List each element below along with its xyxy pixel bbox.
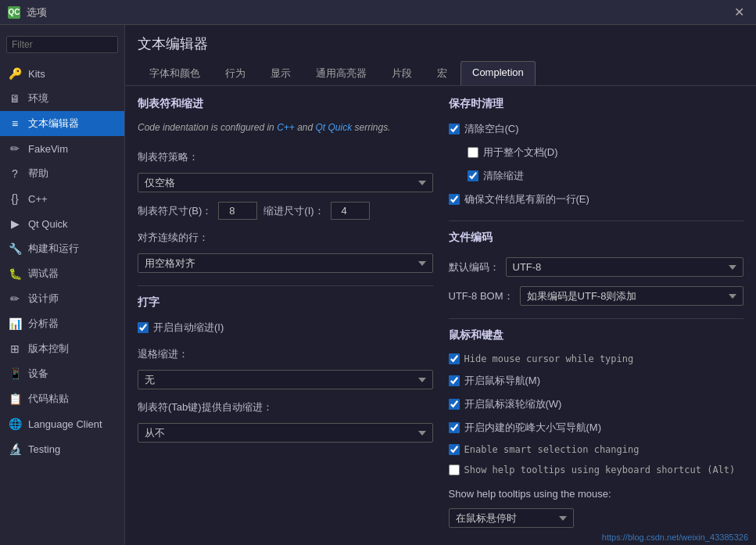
file-encoding-title: 文件编码 xyxy=(449,231,744,245)
utf8-bom-row: UTF-8 BOM： 如果编码是UTF-8则添加总是添加从不添加 xyxy=(449,286,744,306)
sidebar-item-code-snippets[interactable]: 📋 代码粘贴 xyxy=(0,386,124,411)
sidebar-label-kits: Kits xyxy=(28,68,45,80)
help-keyboard-label: Show help tooltips using keyboard shortc… xyxy=(464,464,736,475)
tab-fonts-colors[interactable]: 字体和颜色 xyxy=(138,61,212,85)
sidebar-item-version-control[interactable]: ⊞ 版本控制 xyxy=(0,336,124,361)
info-text-part2: serrings. xyxy=(352,122,390,133)
default-encoding-select[interactable]: UTF-8GBKLatin-1 xyxy=(506,257,744,277)
smart-selection-row: Enable smart selection changing xyxy=(449,443,744,457)
separator-2 xyxy=(449,221,744,221)
content-body: 制表符和缩进 Code indentation is configured in… xyxy=(125,86,756,545)
sidebar-item-debugger[interactable]: 🐛 调试器 xyxy=(0,261,124,286)
separator-1 xyxy=(138,285,433,286)
smart-selection-checkbox[interactable] xyxy=(449,444,460,455)
sidebar-icon-devices: 📱 xyxy=(8,367,22,381)
mouse-nav-checkbox[interactable] xyxy=(449,375,460,386)
sidebar-icon-fakevim: ✏ xyxy=(8,142,22,156)
tab-size-label: 制表符尺寸(B)： xyxy=(138,204,212,218)
sidebar-label-code-snippets: 代码粘贴 xyxy=(28,392,69,406)
sidebar-label-cpp: C++ xyxy=(28,193,48,205)
sidebar-item-kits[interactable]: 🔑 Kits xyxy=(0,61,124,86)
scroll-zoom-checkbox[interactable] xyxy=(449,399,460,410)
tab-policy-label: 制表符策略： xyxy=(138,150,433,164)
sidebar-item-language-client[interactable]: 🌐 Language Client xyxy=(0,411,124,436)
watermark: https://blog.csdn.net/weixin_43385326 xyxy=(602,532,748,542)
ensure-newline-row: 确保文件结尾有新的一行(E) xyxy=(449,191,744,208)
scroll-zoom-label: 开启鼠标滚轮缩放(W) xyxy=(464,397,562,411)
align-select[interactable]: 用空格对齐不对齐 xyxy=(138,253,433,273)
sidebar-icon-code-snippets: 📋 xyxy=(8,392,22,406)
sidebar-icon-cpp: {} xyxy=(8,192,22,206)
tab-snippets[interactable]: 片段 xyxy=(380,61,424,85)
sidebar-item-testing[interactable]: 🔬 Testing xyxy=(0,436,124,461)
tab-policy-select[interactable]: 仅空格仅Tab混合 xyxy=(138,173,433,192)
save-clean-title: 保存时清理 xyxy=(449,97,744,111)
sidebar-icon-analyzer: 📊 xyxy=(8,317,22,331)
clean-indent-checkbox[interactable] xyxy=(468,170,478,181)
info-text: Code indentation is configured in C++ an… xyxy=(138,120,433,134)
tab-macros[interactable]: 宏 xyxy=(425,61,459,85)
sidebar-label-designer: 设计师 xyxy=(28,292,59,306)
camelcase-nav-label: 开启内建的驼峰大小写导航(M) xyxy=(464,421,602,435)
sidebar-item-fakevim[interactable]: ✏ FakeVim xyxy=(0,136,124,161)
separator-3 xyxy=(449,318,744,319)
sidebar-icon-help: ? xyxy=(8,167,22,181)
title-bar: QC 选项 ✕ xyxy=(0,0,756,25)
auto-indent-checkbox[interactable] xyxy=(138,322,149,333)
sidebar-icon-language-client: 🌐 xyxy=(8,417,22,431)
utf8-bom-select[interactable]: 如果编码是UTF-8则添加总是添加从不添加 xyxy=(520,286,743,306)
content-area: 文本编辑器 字体和颜色行为显示通用高亮器片段宏Completion 制表符和缩进… xyxy=(125,25,756,545)
entire-document-row: 用于整个文档(D) xyxy=(449,144,744,161)
help-keyboard-checkbox[interactable] xyxy=(449,464,460,475)
main-container: 🔑 Kits 🖥 环境 ≡ 文本编辑器 ✏ FakeVim ? 帮助 {} C+… xyxy=(0,25,756,545)
sidebar-label-help: 帮助 xyxy=(28,167,48,181)
sidebar-item-help[interactable]: ? 帮助 xyxy=(0,161,124,186)
cpp-link[interactable]: C++ xyxy=(277,122,295,133)
hide-mouse-checkbox[interactable] xyxy=(449,353,460,364)
ensure-newline-checkbox[interactable] xyxy=(449,194,460,205)
indent-size-label: 缩进尺寸(I)： xyxy=(263,204,324,218)
tab-behavior[interactable]: 行为 xyxy=(213,61,257,85)
clean-whitespace-checkbox[interactable] xyxy=(449,124,460,134)
tabs-row: 字体和颜色行为显示通用高亮器片段宏Completion xyxy=(138,61,743,85)
app-icon: QC xyxy=(8,6,20,19)
sidebar-item-designer[interactable]: ✏ 设计师 xyxy=(0,286,124,311)
auto-indent-label: 开启自动缩进(I) xyxy=(153,321,224,335)
window-title: 选项 xyxy=(27,5,47,20)
tab-display[interactable]: 显示 xyxy=(259,61,303,85)
right-panel: 保存时清理 清除空白(C) 用于整个文档(D) 清除缩进 确保文件结尾有新的一行… xyxy=(449,97,744,534)
sidebar-item-devices[interactable]: 📱 设备 xyxy=(0,361,124,386)
close-button[interactable]: ✕ xyxy=(730,5,748,20)
clean-indent-row: 清除缩进 xyxy=(449,167,744,185)
help-mouse-select[interactable]: 在鼠标悬停时从不 xyxy=(449,508,574,528)
page-title: 文本编辑器 xyxy=(138,34,743,53)
entire-document-label: 用于整个文档(D) xyxy=(483,145,558,160)
indent-size-input[interactable] xyxy=(331,202,370,220)
clean-indent-label: 清除缩进 xyxy=(483,169,524,183)
sidebar-item-env[interactable]: 🖥 环境 xyxy=(0,86,124,111)
filter-box xyxy=(0,31,124,58)
sidebar-item-build-run[interactable]: 🔧 构建和运行 xyxy=(0,236,124,261)
sidebar-icon-qt-quick: ▶ xyxy=(8,217,22,231)
qt-link[interactable]: Qt Quick xyxy=(316,122,353,133)
default-encoding-label: 默认编码： xyxy=(449,260,500,274)
sidebar-item-qt-quick[interactable]: ▶ Qt Quick xyxy=(0,211,124,236)
sidebar-label-debugger: 调试器 xyxy=(28,267,59,281)
sidebar-item-analyzer[interactable]: 📊 分析器 xyxy=(0,311,124,336)
entire-document-checkbox[interactable] xyxy=(468,147,478,158)
sidebar-label-qt-quick: Qt Quick xyxy=(28,218,68,230)
camelcase-nav-checkbox[interactable] xyxy=(449,422,460,433)
align-label: 对齐连续的行： xyxy=(138,231,433,245)
scroll-zoom-row: 开启鼠标滚轮缩放(W) xyxy=(449,396,744,413)
outdent-select[interactable]: 无一级 xyxy=(138,370,433,389)
tab-size-row: 制表符尺寸(B)： 缩进尺寸(I)： xyxy=(138,202,433,220)
tab-size-input[interactable] xyxy=(218,202,257,220)
tab-completion[interactable]: Completion xyxy=(460,61,536,85)
sidebar-item-text-editor[interactable]: ≡ 文本编辑器 xyxy=(0,111,124,136)
sidebar-label-fakevim: FakeVim xyxy=(28,143,68,155)
filter-input[interactable] xyxy=(6,36,118,53)
tab-generic-highlighter[interactable]: 通用高亮器 xyxy=(304,61,378,85)
sidebar-item-cpp[interactable]: {} C++ xyxy=(0,186,124,211)
tab-auto-indent-select[interactable]: 从不总是 xyxy=(138,423,433,443)
sidebar-icon-text-editor: ≡ xyxy=(8,117,22,131)
